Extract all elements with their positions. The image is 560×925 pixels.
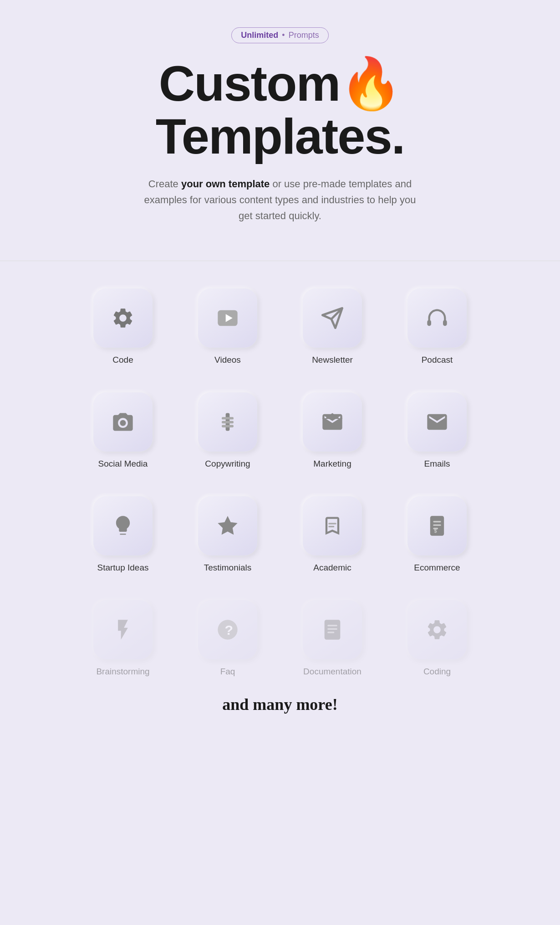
grid-item-videos[interactable]: Videos [180, 288, 275, 365]
svg-rect-19 [327, 628, 337, 629]
camera-icon [111, 410, 135, 434]
badge-unlimited: Unlimited [241, 31, 278, 40]
icon-box-podcast [407, 288, 467, 348]
code-label: Code [112, 355, 133, 365]
svg-rect-6 [222, 421, 234, 423]
doc-icon [321, 618, 344, 642]
icon-box-newsletter [303, 288, 362, 348]
grid-item-startup-ideas[interactable]: Startup Ideas [75, 496, 171, 573]
brainstorming-label: Brainstorming [96, 667, 149, 677]
grid-item-podcast[interactable]: Podcast [389, 288, 485, 365]
marketing-label: Marketing [313, 459, 351, 469]
icon-box-testimonials [198, 496, 257, 555]
grid-item-testimonials[interactable]: Testimonials [180, 496, 275, 573]
grid-item-coding[interactable]: Coding [389, 600, 485, 677]
grid-item-marketing[interactable]: Marketing [285, 392, 380, 469]
icon-box-emails [407, 392, 467, 452]
testimonials-label: Testimonials [204, 563, 252, 573]
bookmark-icon [321, 514, 344, 538]
grid-item-brainstorming[interactable]: Brainstorming [75, 600, 171, 677]
svg-rect-18 [327, 625, 337, 626]
svg-rect-12 [433, 524, 441, 525]
startup-ideas-label: Startup Ideas [97, 563, 148, 573]
title-line1: Custom🔥 [9, 57, 551, 110]
edit-icon [216, 410, 239, 434]
podcast-label: Podcast [422, 355, 453, 365]
academic-label: Academic [313, 563, 351, 573]
grid-item-documentation[interactable]: Documentation [285, 600, 380, 677]
icon-box-social-media [93, 392, 153, 452]
bolt-icon [111, 618, 135, 642]
svg-rect-20 [327, 632, 334, 633]
svg-text:$: $ [434, 528, 437, 534]
badge-prompts: Prompts [289, 31, 319, 40]
question-icon: ? [216, 618, 239, 642]
grid-item-emails[interactable]: Emails [389, 392, 485, 469]
grid-item-faq[interactable]: ? Faq [180, 600, 275, 677]
badge: Unlimited • Prompts [231, 27, 328, 43]
svg-text:?: ? [225, 622, 234, 637]
gear-icon [111, 306, 135, 330]
mail-open-icon [321, 410, 344, 434]
icon-box-faq: ? [198, 600, 257, 659]
ecommerce-label: Ecommerce [414, 563, 460, 573]
subtitle: Create your own template or use pre-made… [143, 176, 417, 224]
items-grid: Code Videos Newsletter Podcast [75, 288, 485, 677]
social-media-label: Social Media [98, 459, 148, 469]
icon-box-academic [303, 496, 362, 555]
grid-section: Code Videos Newsletter Podcast [0, 261, 560, 760]
documentation-label: Documentation [303, 667, 361, 677]
grid-item-code[interactable]: Code [75, 288, 171, 365]
svg-rect-8 [328, 523, 336, 524]
svg-rect-2 [427, 320, 431, 326]
icon-box-marketing [303, 392, 362, 452]
newsletter-label: Newsletter [312, 355, 353, 365]
svg-rect-11 [433, 521, 441, 522]
emails-label: Emails [424, 459, 450, 469]
main-title: Custom🔥 Templates. [9, 57, 551, 162]
copywriting-label: Copywriting [205, 459, 250, 469]
grid-item-copywriting[interactable]: Copywriting [180, 392, 275, 469]
icon-box-code [93, 288, 153, 348]
svg-rect-9 [328, 526, 334, 527]
receipt-icon: $ [425, 514, 449, 538]
headphones-icon [425, 306, 449, 330]
grid-item-newsletter[interactable]: Newsletter [285, 288, 380, 365]
header-section: Unlimited • Prompts Custom🔥 Templates. C… [0, 0, 560, 242]
icon-box-documentation [303, 600, 362, 659]
icon-box-ecommerce: $ [407, 496, 467, 555]
icon-box-brainstorming [93, 600, 153, 659]
icon-box-copywriting [198, 392, 257, 452]
bulb-icon [111, 514, 135, 538]
videos-label: Videos [214, 355, 241, 365]
footer-text: and many more! [27, 677, 533, 741]
icon-box-coding [407, 600, 467, 659]
send-icon [321, 306, 344, 330]
icon-box-videos [198, 288, 257, 348]
star-icon [216, 514, 239, 538]
play-icon [216, 306, 239, 330]
title-line2: Templates. [9, 110, 551, 163]
grid-item-social-media[interactable]: Social Media [75, 392, 171, 469]
coding-label: Coding [423, 667, 451, 677]
faq-label: Faq [220, 667, 235, 677]
svg-rect-7 [222, 425, 234, 427]
badge-dot: • [282, 31, 285, 40]
grid-item-academic[interactable]: Academic [285, 496, 380, 573]
svg-rect-5 [222, 417, 234, 419]
grid-item-ecommerce[interactable]: $ Ecommerce [389, 496, 485, 573]
envelope-icon [425, 410, 449, 434]
svg-rect-3 [443, 320, 447, 326]
gear2-icon [425, 618, 449, 642]
subtitle-bold: your own template [181, 178, 270, 190]
icon-box-startup-ideas [93, 496, 153, 555]
